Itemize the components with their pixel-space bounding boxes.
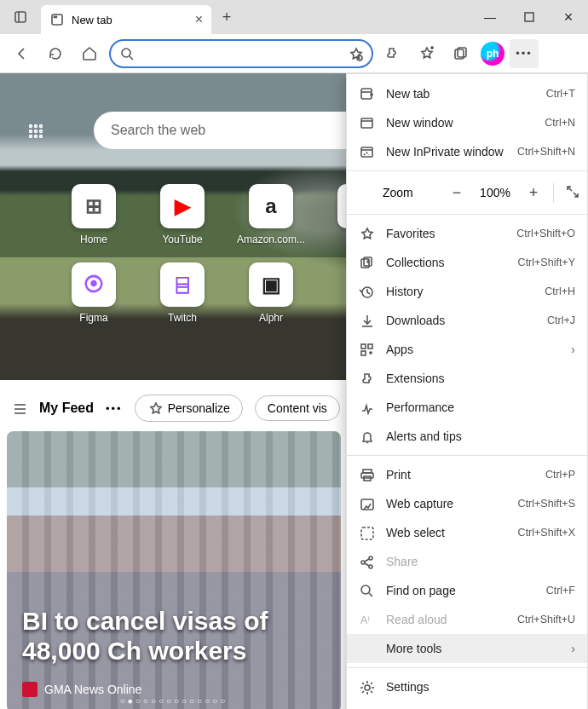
quick-link-tile[interactable]: ⦿Figma (64, 262, 124, 324)
favorites-button[interactable] (412, 39, 441, 68)
quick-link-tile[interactable]: ▣Alphr (241, 262, 301, 324)
personalize-chip[interactable]: Personalize (135, 395, 243, 422)
svg-rect-41 (361, 351, 366, 355)
quick-link-tile[interactable]: ▶YouTube (153, 184, 212, 245)
search-placeholder: Search the web (111, 123, 205, 138)
menu-item-shortcut: Ctrl+Shift+U (517, 614, 575, 625)
menu-item-web-select[interactable]: Web selectCtrl+Shift+X (347, 518, 587, 547)
hamburger-icon[interactable] (12, 401, 27, 416)
quick-link-tile[interactable]: ⊞Home (64, 184, 124, 245)
menu-item-alerts-and-tips[interactable]: Alerts and tips (347, 422, 587, 451)
svg-point-3 (54, 16, 55, 17)
tabs-icon (13, 9, 28, 25)
arrow-left-icon (13, 45, 30, 62)
quick-link-tile[interactable]: ⌸Twitch (153, 262, 212, 324)
bell-icon (359, 429, 374, 444)
menu-item-label: Extensions (386, 372, 444, 385)
capture-icon (359, 496, 374, 511)
menu-item-new-tab[interactable]: New tabCtrl+T (347, 79, 587, 108)
content-visibility-chip[interactable]: Content vis (255, 395, 340, 421)
menu-item-shortcut: Ctrl+Shift+X (518, 527, 575, 539)
menu-item-downloads[interactable]: DownloadsCtrl+J (347, 306, 587, 335)
refresh-icon (47, 45, 64, 62)
apps-icon (359, 342, 374, 357)
menu-item-hide-sidebar[interactable]: Hide sidebarCtrl+Shift+/ (347, 701, 587, 709)
window-icon (359, 115, 374, 130)
menu-item-settings[interactable]: Settings (347, 672, 587, 701)
menu-zoom-row: Zoom − 100% + (347, 176, 587, 210)
newtab-icon (359, 86, 374, 101)
menu-item-new-inprivate-window[interactable]: New InPrivate windowCtrl+Shift+N (347, 137, 587, 166)
toolbar: ph ••• (0, 34, 588, 73)
minimize-button[interactable]: — (470, 0, 510, 34)
quick-link-tile[interactable]: aAmazon.com... (241, 184, 301, 245)
menu-item-history[interactable]: HistoryCtrl+H (347, 277, 587, 306)
news-card[interactable]: BI to cancel visas of 48,000 Ch workers … (7, 431, 341, 709)
extensions-button[interactable] (378, 39, 407, 68)
browser-tab[interactable]: New tab × (41, 5, 211, 34)
app-launcher-button[interactable] (27, 123, 43, 141)
svg-point-20 (35, 135, 37, 138)
svg-rect-40 (368, 344, 372, 349)
tile-label: YouTube (162, 233, 202, 245)
menu-separator (347, 170, 587, 171)
carousel-dots[interactable]: ○●○○○○○○○○○○○○ (120, 696, 228, 706)
close-window-button[interactable]: × (549, 0, 588, 34)
favorite-star-icon[interactable] (348, 46, 363, 61)
home-button[interactable] (75, 39, 104, 68)
svg-point-13 (30, 125, 32, 128)
menu-item-new-window[interactable]: New windowCtrl+N (347, 108, 587, 137)
zoom-percent: 100% (476, 186, 514, 199)
zoom-in-button[interactable]: + (522, 184, 545, 202)
quick-links-grid: ⊞Home▶YouTubeaAmazon.com...•http⦿Figma⌸T… (64, 184, 389, 324)
menu-item-label: Performance (386, 401, 454, 414)
menu-separator (347, 455, 587, 456)
new-tab-button[interactable]: + (211, 2, 242, 32)
menu-item-collections[interactable]: CollectionsCtrl+Shift+Y (347, 248, 587, 277)
menu-item-shortcut: Ctrl+F (546, 585, 575, 597)
collections-button[interactable] (447, 39, 476, 68)
menu-item-print[interactable]: PrintCtrl+P (347, 460, 587, 489)
overflow-menu-button[interactable]: ••• (510, 39, 539, 68)
svg-point-19 (30, 135, 32, 138)
zoom-out-button[interactable]: − (446, 184, 468, 202)
svg-rect-2 (52, 14, 62, 25)
address-input[interactable] (141, 47, 341, 61)
address-bar[interactable] (109, 39, 373, 68)
profile-avatar[interactable]: ph (481, 42, 504, 66)
maximize-button[interactable] (510, 0, 549, 34)
svg-point-6 (122, 49, 130, 57)
tab-close-button[interactable]: × (195, 12, 203, 27)
feed-options-button[interactable]: ••• (106, 402, 123, 415)
menu-item-label: Print (386, 468, 411, 481)
menu-item-find-on-page[interactable]: Find on pageCtrl+F (347, 576, 587, 605)
tile-label: Home (80, 233, 107, 245)
svg-text:A⁾: A⁾ (360, 614, 370, 626)
back-button[interactable] (7, 39, 36, 68)
menu-item-shortcut: Ctrl+Shift+Y (518, 257, 575, 268)
menu-item-share: Share (347, 547, 587, 576)
tile-label: Figma (79, 312, 107, 324)
menu-item-shortcut: Ctrl+N (545, 117, 575, 129)
ext-icon (359, 371, 374, 386)
share-icon (359, 554, 374, 569)
fullscreen-button[interactable] (553, 183, 575, 203)
tile-label: Alphr (259, 312, 283, 324)
menu-item-favorites[interactable]: FavoritesCtrl+Shift+O (347, 219, 587, 248)
menu-item-performance[interactable]: Performance (347, 393, 587, 422)
menu-item-apps[interactable]: Apps› (347, 335, 587, 364)
chevron-right-icon: › (571, 642, 575, 655)
read-icon: A⁾ (359, 612, 374, 627)
refresh-button[interactable] (41, 39, 70, 68)
vertical-tabs-button[interactable] (5, 2, 36, 32)
menu-item-label: Share (386, 555, 418, 568)
menu-item-label: Web select (386, 526, 445, 539)
star-icon (359, 226, 374, 241)
menu-item-more-tools[interactable]: More tools› (347, 634, 587, 663)
svg-line-55 (369, 593, 372, 597)
menu-item-web-capture[interactable]: Web captureCtrl+Shift+S (347, 489, 587, 518)
tile-icon: ⊞ (72, 184, 116, 228)
menu-item-shortcut: Ctrl+H (545, 285, 575, 297)
menu-item-extensions[interactable]: Extensions (347, 364, 587, 393)
collections-icon (359, 255, 374, 270)
